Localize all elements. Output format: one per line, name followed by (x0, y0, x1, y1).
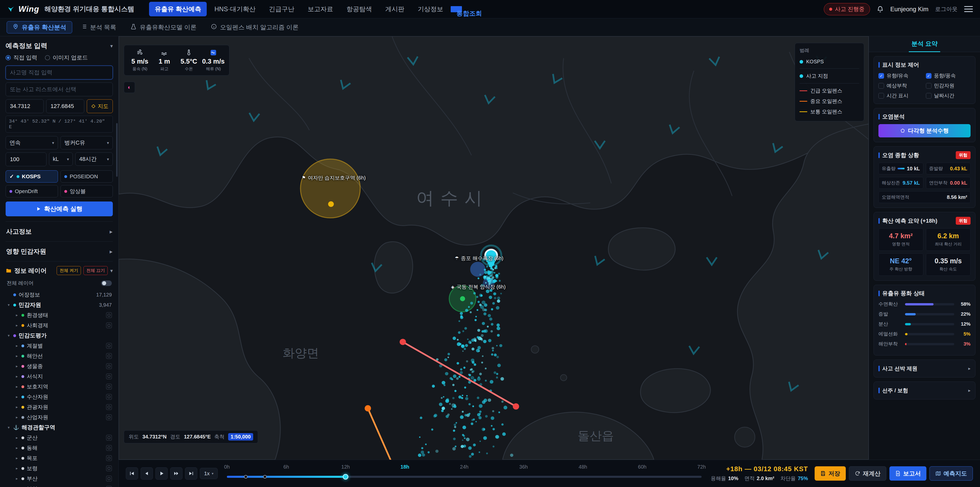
nav-item[interactable]: 보고자료 (302, 2, 339, 16)
layer-tree-row[interactable]: ▸수산자원 (6, 392, 113, 402)
timeline-tick[interactable]: 12h (341, 464, 350, 470)
layer-style-icon[interactable] (106, 353, 112, 359)
layer-tree-row[interactable]: ▸목포 (6, 453, 113, 463)
layer-tree-row[interactable]: ▸동해 (6, 443, 113, 453)
timeline-tick[interactable]: 36h (519, 464, 528, 470)
polygon-analysis-button[interactable]: 다각형 분석수행 (878, 124, 970, 137)
timeline-handle[interactable] (343, 474, 348, 480)
summary-title[interactable]: 분석 요약 (909, 36, 940, 52)
incident-list-input[interactable] (6, 83, 113, 96)
model-chip-poseidon[interactable]: POSEIDON (60, 170, 113, 183)
nav-item[interactable]: 통합조회 (451, 6, 462, 12)
tab-model[interactable]: 유출유확산모델 이론 (125, 21, 202, 34)
layer-tree-row[interactable]: ▸관광자원 (6, 402, 113, 412)
layer-tree-row[interactable]: 어장정보17,129 (6, 290, 113, 300)
timeline-tick[interactable]: 6h (283, 464, 289, 470)
master-layer-toggle[interactable] (101, 280, 112, 286)
skip-end-button[interactable] (185, 467, 197, 480)
timeline-tick[interactable]: 60h (638, 464, 646, 470)
tab-list[interactable]: 분석 목록 (75, 21, 122, 34)
oil-type-select[interactable]: 벙커C유▾ (60, 136, 113, 149)
nav-item[interactable]: 기상정보 (412, 2, 449, 16)
nav-item[interactable]: 게시판 (380, 2, 410, 16)
nav-item[interactable]: 항공탐색 (341, 2, 377, 16)
model-chip-opendrift[interactable]: OpenDrift (6, 185, 58, 197)
radio-image-upload[interactable]: 이미지 업로드 (45, 54, 88, 62)
layer-tree-row[interactable]: ▸보호지역 (6, 382, 113, 392)
layer-tree-row[interactable]: ▸환경생태 (6, 310, 113, 320)
timeline-event-marker[interactable] (263, 475, 267, 479)
display-checkbox[interactable]: 시간 표시 (878, 92, 923, 99)
display-checkbox[interactable]: ✓유향/유속 (878, 72, 923, 79)
layer-tree-row[interactable]: ▸서식지 (6, 371, 113, 382)
layers-all-on-button[interactable]: 전체 켜기 (57, 266, 81, 275)
display-checkbox[interactable]: 예상부착 (878, 82, 923, 89)
spill-type-select[interactable]: 연속▾ (6, 136, 58, 149)
layer-tree-row[interactable]: ▾민감자원3,947 (6, 300, 113, 310)
layers-chevron-icon[interactable]: ▾ (110, 268, 113, 274)
layer-style-icon[interactable] (106, 435, 112, 441)
incident-status-badge[interactable]: 사고 진행중 (824, 3, 870, 15)
timeline-track[interactable] (227, 476, 702, 478)
unit-select[interactable]: kL▾ (49, 152, 73, 166)
section-sensitive-resources[interactable]: 영향 민감자원▸ (6, 241, 113, 261)
timeline-tick[interactable]: 0h (224, 464, 230, 470)
playback-speed-select[interactable]: 1x▾ (200, 468, 218, 479)
layer-tree-row[interactable]: ▸사회경제 (6, 320, 113, 331)
timeline-tick[interactable]: 72h (697, 464, 706, 470)
model-chip-kosps[interactable]: ✓KOSPS (6, 170, 58, 183)
step-back-button[interactable] (141, 467, 153, 480)
incident-name-input[interactable] (6, 65, 113, 80)
skip-start-button[interactable] (126, 467, 138, 480)
vessel-spec-card[interactable]: 사고 선박 제원 ▸ (873, 359, 975, 377)
layer-tree-row[interactable]: ▸부산 (6, 473, 113, 484)
layer-style-icon[interactable] (106, 312, 112, 318)
layer-style-icon[interactable] (106, 404, 112, 410)
logout-button[interactable]: 로그아웃 (935, 5, 958, 13)
display-checkbox[interactable]: 날짜시간 (926, 92, 971, 99)
layer-style-icon[interactable] (106, 323, 112, 328)
radio-direct-input[interactable]: 직접 입력 (6, 54, 37, 62)
display-checkbox[interactable]: 민감자원 (926, 82, 971, 89)
display-checkbox[interactable]: ✓풍향/풍속 (926, 72, 971, 79)
layer-tree-row[interactable]: ▸군산 (6, 433, 113, 443)
layer-tree-row[interactable]: ▸보령 (6, 463, 113, 473)
user-name[interactable]: Eunjeong Kim (891, 6, 928, 13)
layer-tree-row[interactable]: ▾⚓해경관할구역 (6, 422, 113, 433)
layer-style-icon[interactable] (106, 415, 112, 420)
pick-on-map-button[interactable]: 지도 (87, 99, 113, 113)
layer-style-icon[interactable] (106, 476, 112, 481)
layer-style-icon[interactable] (106, 486, 112, 487)
duration-select[interactable]: 48시간▾ (75, 152, 113, 166)
collapse-chevron-icon[interactable]: ▾ (110, 43, 113, 49)
menu-icon[interactable] (964, 6, 973, 12)
report-button[interactable]: 보고서 (889, 466, 926, 481)
prediction-map-button[interactable]: 예측지도 (929, 466, 973, 481)
tab-info[interactable]: 오일펜스 배치 알고리즘 이론 (205, 21, 304, 34)
fast-forward-button[interactable] (170, 467, 183, 480)
owner-insurance-card[interactable]: 선주 / 보험 ▸ (873, 382, 975, 399)
layer-tree-row[interactable]: ▸생물종 (6, 361, 113, 371)
timeline-tick[interactable]: 24h (460, 464, 468, 470)
layer-tree-row[interactable]: ▸해안선 (6, 351, 113, 361)
save-button[interactable]: 저장 (815, 466, 846, 481)
layer-style-icon[interactable] (106, 374, 112, 379)
layer-tree-row[interactable]: ▾민감도평가 (6, 331, 113, 341)
nav-item[interactable]: HNS·대기확산 (209, 2, 261, 16)
layer-style-icon[interactable] (106, 394, 112, 400)
map-canvas[interactable]: 여수시 화양면 돌산읍 (119, 36, 869, 460)
layer-style-icon[interactable] (106, 455, 112, 461)
layers-all-off-button[interactable]: 전체 끄기 (83, 266, 108, 275)
layer-style-icon[interactable] (106, 343, 112, 348)
recalculate-button[interactable]: 재계산 (849, 466, 886, 481)
layer-style-icon[interactable] (106, 445, 112, 451)
notifications-bell-icon[interactable] (877, 6, 884, 13)
sidebar-scrollbar[interactable] (116, 123, 118, 177)
layer-tree-row[interactable]: ▸계절별 (6, 341, 113, 351)
nav-item[interactable]: 긴급구난 (263, 2, 300, 16)
timeline-event-marker[interactable] (244, 475, 248, 479)
layer-style-icon[interactable] (106, 384, 112, 390)
map[interactable]: 여수시 화양면 돌산읍 (119, 36, 869, 460)
amount-input[interactable] (6, 152, 46, 166)
layer-style-icon[interactable] (106, 363, 112, 369)
